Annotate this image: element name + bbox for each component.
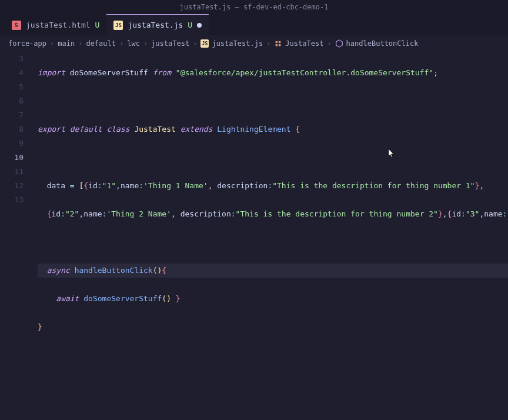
breadcrumb-item-force-app[interactable]: force-app: [8, 39, 46, 48]
code-line[interactable]: [38, 151, 508, 165]
line-number[interactable]: 8: [0, 122, 24, 136]
window-titlebar: justaTest.js — sf-dev-ed-cbc-demo-1: [0, 0, 508, 14]
method-symbol-icon: [335, 39, 343, 48]
chevron-right-icon: ›: [50, 39, 54, 48]
js-file-icon: JS: [200, 39, 209, 48]
class-symbol-icon: [274, 39, 282, 48]
code-editor[interactable]: 3 4 5 6 7 8 9 10 11 12 13 import doSomeS…: [0, 52, 508, 420]
chevron-right-icon: ›: [143, 39, 148, 48]
breadcrumb-item-lwc[interactable]: lwc: [127, 39, 140, 48]
line-number[interactable]: 12: [0, 179, 24, 193]
line-number[interactable]: 13: [0, 193, 24, 207]
code-line[interactable]: async handleButtonClick(){: [38, 264, 508, 278]
code-line[interactable]: [38, 235, 508, 249]
line-number[interactable]: 9: [0, 136, 24, 151]
tab-label: justaTest.html: [26, 21, 91, 29]
breadcrumb-item-main[interactable]: main: [58, 39, 75, 48]
js-file-icon: JS: [113, 21, 123, 30]
code-line[interactable]: data = [{id:"1",name:'Thing 1 Name', des…: [38, 179, 508, 193]
breadcrumb-item-justatest-file[interactable]: JS justaTest.js: [200, 39, 263, 48]
line-number[interactable]: 4: [0, 66, 24, 80]
chevron-right-icon: ›: [78, 39, 82, 48]
line-number[interactable]: 3: [0, 52, 24, 66]
editor-tabs: 5 justaTest.html U JS justaTest.js U: [0, 14, 508, 35]
code-line[interactable]: export default class JustaTest extends L…: [38, 122, 508, 136]
breadcrumb-item-method[interactable]: handleButtonClick: [335, 39, 419, 48]
code-line[interactable]: import doSomeServerStuff from "@salesfor…: [38, 66, 508, 80]
breadcrumb[interactable]: force-app › main › default › lwc › justa…: [0, 35, 508, 52]
breadcrumb-item-justatest-folder[interactable]: justaTest: [151, 39, 189, 48]
git-status-badge: U: [188, 21, 192, 29]
chevron-right-icon: ›: [327, 39, 331, 48]
code-line[interactable]: [38, 348, 508, 362]
chevron-right-icon: ›: [119, 39, 123, 48]
line-number[interactable]: 11: [0, 165, 24, 179]
line-number-gutter[interactable]: 3 4 5 6 7 8 9 10 11 12 13: [0, 52, 33, 420]
line-number[interactable]: 7: [0, 108, 24, 122]
code-line[interactable]: }: [38, 320, 508, 334]
line-number[interactable]: 5: [0, 80, 24, 94]
code-line[interactable]: [38, 94, 508, 108]
line-number[interactable]: 6: [0, 94, 24, 108]
chevron-right-icon: ›: [266, 39, 270, 48]
html-file-icon: 5: [12, 21, 21, 30]
breadcrumb-item-class[interactable]: JustaTest: [274, 39, 323, 48]
code-line[interactable]: {id:"2",name:'Thing 2 Name', description…: [38, 207, 508, 221]
tab-justa-test-html[interactable]: 5 justaTest.html U: [5, 14, 106, 35]
line-number[interactable]: 10: [0, 151, 24, 165]
breadcrumb-item-default[interactable]: default: [86, 39, 116, 48]
code-content[interactable]: import doSomeServerStuff from "@salesfor…: [33, 52, 508, 420]
tab-dirty-indicator-icon: [197, 23, 202, 28]
code-line[interactable]: await doSomeServerStuff() }: [38, 292, 508, 306]
tab-justa-test-js[interactable]: JS justaTest.js U: [106, 14, 209, 35]
chevron-right-icon: ›: [193, 39, 197, 48]
window-title: justaTest.js — sf-dev-ed-cbc-demo-1: [180, 3, 329, 11]
git-status-badge: U: [95, 21, 100, 29]
tab-label: justaTest.js: [128, 21, 183, 29]
